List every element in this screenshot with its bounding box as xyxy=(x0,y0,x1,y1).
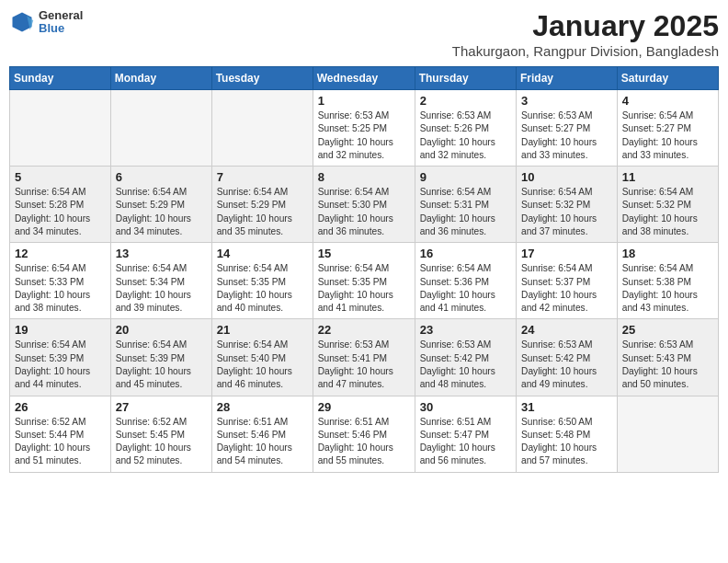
day-number: 10 xyxy=(521,170,612,184)
day-info: Sunrise: 6:53 AM Sunset: 5:25 PM Dayligh… xyxy=(318,109,410,162)
day-number: 8 xyxy=(318,170,410,184)
calendar-day-cell: 17Sunrise: 6:54 AM Sunset: 5:37 PM Dayli… xyxy=(517,243,618,319)
calendar-subtitle: Thakurgaon, Rangpur Division, Bangladesh xyxy=(452,43,719,59)
calendar-day-cell: 21Sunrise: 6:54 AM Sunset: 5:40 PM Dayli… xyxy=(211,319,313,396)
weekday-header-tuesday: Tuesday xyxy=(211,67,313,90)
day-number: 2 xyxy=(420,94,511,108)
day-number: 19 xyxy=(15,323,106,337)
calendar-week-row: 1Sunrise: 6:53 AM Sunset: 5:25 PM Daylig… xyxy=(10,90,719,167)
calendar-week-row: 26Sunrise: 6:52 AM Sunset: 5:44 PM Dayli… xyxy=(10,396,719,472)
weekday-header-row: SundayMondayTuesdayWednesdayThursdayFrid… xyxy=(10,67,719,90)
weekday-header-friday: Friday xyxy=(517,67,618,90)
calendar-day-cell: 9Sunrise: 6:54 AM Sunset: 5:31 PM Daylig… xyxy=(415,167,516,243)
logo-blue: Blue xyxy=(39,22,83,35)
calendar-day-cell: 12Sunrise: 6:54 AM Sunset: 5:33 PM Dayli… xyxy=(10,243,111,319)
logo-text: General Blue xyxy=(39,9,83,36)
calendar-day-cell: 4Sunrise: 6:54 AM Sunset: 5:27 PM Daylig… xyxy=(617,90,718,167)
day-number: 3 xyxy=(521,94,612,108)
calendar-week-row: 19Sunrise: 6:54 AM Sunset: 5:39 PM Dayli… xyxy=(10,319,719,396)
day-info: Sunrise: 6:54 AM Sunset: 5:40 PM Dayligh… xyxy=(217,339,308,391)
day-number: 24 xyxy=(521,323,612,337)
day-info: Sunrise: 6:54 AM Sunset: 5:35 PM Dayligh… xyxy=(318,262,410,315)
calendar-day-cell: 25Sunrise: 6:53 AM Sunset: 5:43 PM Dayli… xyxy=(617,319,718,396)
logo: General Blue xyxy=(9,9,83,36)
day-number: 12 xyxy=(15,247,106,260)
weekday-header-monday: Monday xyxy=(110,67,211,90)
day-number: 14 xyxy=(217,247,308,260)
day-info: Sunrise: 6:53 AM Sunset: 5:43 PM Dayligh… xyxy=(622,339,713,391)
day-number: 21 xyxy=(217,323,308,337)
calendar-day-cell: 20Sunrise: 6:54 AM Sunset: 5:39 PM Dayli… xyxy=(110,319,211,396)
calendar-week-row: 12Sunrise: 6:54 AM Sunset: 5:33 PM Dayli… xyxy=(10,243,719,319)
page-header: General Blue January 2025 Thakurgaon, Ra… xyxy=(9,9,719,59)
day-number: 16 xyxy=(420,247,511,260)
calendar-day-cell xyxy=(211,90,313,167)
day-info: Sunrise: 6:52 AM Sunset: 5:45 PM Dayligh… xyxy=(116,416,207,468)
day-number: 20 xyxy=(116,323,207,337)
day-info: Sunrise: 6:54 AM Sunset: 5:32 PM Dayligh… xyxy=(622,186,713,238)
calendar-day-cell: 26Sunrise: 6:52 AM Sunset: 5:44 PM Dayli… xyxy=(10,396,111,472)
day-info: Sunrise: 6:54 AM Sunset: 5:33 PM Dayligh… xyxy=(15,262,106,315)
day-info: Sunrise: 6:54 AM Sunset: 5:35 PM Dayligh… xyxy=(217,262,308,315)
day-number: 7 xyxy=(217,170,308,184)
day-info: Sunrise: 6:51 AM Sunset: 5:46 PM Dayligh… xyxy=(318,416,410,468)
day-info: Sunrise: 6:54 AM Sunset: 5:39 PM Dayligh… xyxy=(116,339,207,391)
day-info: Sunrise: 6:52 AM Sunset: 5:44 PM Dayligh… xyxy=(15,416,106,468)
calendar-day-cell: 11Sunrise: 6:54 AM Sunset: 5:32 PM Dayli… xyxy=(617,167,718,243)
calendar-day-cell: 19Sunrise: 6:54 AM Sunset: 5:39 PM Dayli… xyxy=(10,319,111,396)
day-number: 1 xyxy=(318,94,410,108)
day-info: Sunrise: 6:54 AM Sunset: 5:29 PM Dayligh… xyxy=(116,186,207,238)
calendar-day-cell: 18Sunrise: 6:54 AM Sunset: 5:38 PM Dayli… xyxy=(617,243,718,319)
calendar-title: January 2025 xyxy=(452,9,719,43)
day-number: 22 xyxy=(318,323,410,337)
day-info: Sunrise: 6:54 AM Sunset: 5:34 PM Dayligh… xyxy=(116,262,207,315)
calendar-day-cell: 16Sunrise: 6:54 AM Sunset: 5:36 PM Dayli… xyxy=(415,243,516,319)
logo-general: General xyxy=(39,9,83,22)
day-number: 6 xyxy=(116,170,207,184)
day-info: Sunrise: 6:53 AM Sunset: 5:42 PM Dayligh… xyxy=(420,339,511,391)
calendar-week-row: 5Sunrise: 6:54 AM Sunset: 5:28 PM Daylig… xyxy=(10,167,719,243)
calendar-day-cell: 14Sunrise: 6:54 AM Sunset: 5:35 PM Dayli… xyxy=(211,243,313,319)
calendar-table: SundayMondayTuesdayWednesdayThursdayFrid… xyxy=(9,66,719,473)
calendar-day-cell: 28Sunrise: 6:51 AM Sunset: 5:46 PM Dayli… xyxy=(211,396,313,472)
day-number: 11 xyxy=(622,170,713,184)
day-number: 25 xyxy=(622,323,713,337)
day-number: 4 xyxy=(622,94,713,108)
weekday-header-wednesday: Wednesday xyxy=(313,67,415,90)
day-info: Sunrise: 6:53 AM Sunset: 5:27 PM Dayligh… xyxy=(521,109,612,162)
day-number: 27 xyxy=(116,400,207,414)
day-number: 26 xyxy=(15,400,106,414)
day-info: Sunrise: 6:53 AM Sunset: 5:42 PM Dayligh… xyxy=(521,339,612,391)
day-info: Sunrise: 6:54 AM Sunset: 5:27 PM Dayligh… xyxy=(622,109,713,162)
calendar-day-cell: 10Sunrise: 6:54 AM Sunset: 5:32 PM Dayli… xyxy=(517,167,618,243)
calendar-day-cell: 24Sunrise: 6:53 AM Sunset: 5:42 PM Dayli… xyxy=(517,319,618,396)
day-number: 13 xyxy=(116,247,207,260)
calendar-day-cell: 13Sunrise: 6:54 AM Sunset: 5:34 PM Dayli… xyxy=(110,243,211,319)
calendar-day-cell: 7Sunrise: 6:54 AM Sunset: 5:29 PM Daylig… xyxy=(211,167,313,243)
day-info: Sunrise: 6:54 AM Sunset: 5:31 PM Dayligh… xyxy=(420,186,511,238)
day-info: Sunrise: 6:54 AM Sunset: 5:30 PM Dayligh… xyxy=(318,186,410,238)
day-number: 29 xyxy=(318,400,410,414)
calendar-day-cell: 15Sunrise: 6:54 AM Sunset: 5:35 PM Dayli… xyxy=(313,243,415,319)
title-area: January 2025 Thakurgaon, Rangpur Divisio… xyxy=(452,9,719,59)
calendar-day-cell: 3Sunrise: 6:53 AM Sunset: 5:27 PM Daylig… xyxy=(517,90,618,167)
calendar-day-cell: 30Sunrise: 6:51 AM Sunset: 5:47 PM Dayli… xyxy=(415,396,516,472)
day-info: Sunrise: 6:50 AM Sunset: 5:48 PM Dayligh… xyxy=(521,416,612,468)
day-info: Sunrise: 6:51 AM Sunset: 5:47 PM Dayligh… xyxy=(420,416,511,468)
calendar-day-cell: 31Sunrise: 6:50 AM Sunset: 5:48 PM Dayli… xyxy=(517,396,618,472)
calendar-day-cell: 29Sunrise: 6:51 AM Sunset: 5:46 PM Dayli… xyxy=(313,396,415,472)
day-info: Sunrise: 6:54 AM Sunset: 5:36 PM Dayligh… xyxy=(420,262,511,315)
day-info: Sunrise: 6:54 AM Sunset: 5:29 PM Dayligh… xyxy=(217,186,308,238)
day-info: Sunrise: 6:54 AM Sunset: 5:28 PM Dayligh… xyxy=(15,186,106,238)
day-number: 9 xyxy=(420,170,511,184)
day-info: Sunrise: 6:53 AM Sunset: 5:26 PM Dayligh… xyxy=(420,109,511,162)
weekday-header-thursday: Thursday xyxy=(415,67,516,90)
calendar-day-cell: 1Sunrise: 6:53 AM Sunset: 5:25 PM Daylig… xyxy=(313,90,415,167)
calendar-day-cell xyxy=(110,90,211,167)
day-info: Sunrise: 6:54 AM Sunset: 5:37 PM Dayligh… xyxy=(521,262,612,315)
day-number: 30 xyxy=(420,400,511,414)
day-number: 15 xyxy=(318,247,410,260)
calendar-day-cell: 2Sunrise: 6:53 AM Sunset: 5:26 PM Daylig… xyxy=(415,90,516,167)
day-number: 18 xyxy=(622,247,713,260)
calendar-day-cell: 27Sunrise: 6:52 AM Sunset: 5:45 PM Dayli… xyxy=(110,396,211,472)
